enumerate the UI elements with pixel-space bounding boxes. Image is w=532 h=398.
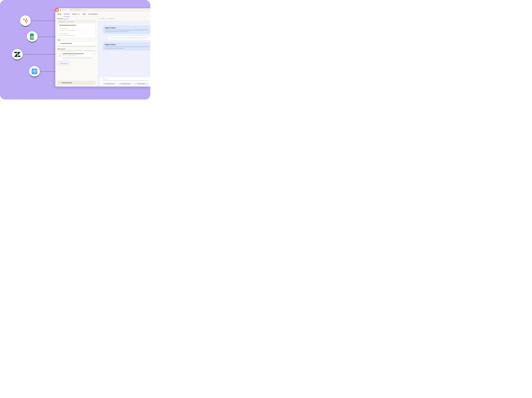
suggestion-chip[interactable] [118, 82, 133, 85]
data-sources-hint-placeholder [57, 50, 96, 51]
main-split: Directive (required) T [55, 17, 150, 87]
text-format-icon[interactable]: T [59, 21, 60, 23]
directive-label: Directive (required) [57, 18, 96, 19]
svg-point-0 [25, 20, 28, 22]
control-placeholder [109, 18, 114, 19]
chat-preview: Support Chatbot Support Chatbot [98, 21, 150, 87]
chat-composer[interactable] [100, 77, 150, 87]
user-message [108, 36, 150, 40]
suggestion-chip[interactable] [134, 82, 149, 85]
connector-line [31, 21, 56, 21]
navtab-actions[interactable]: Actions 3 [72, 12, 80, 17]
bot-text-placeholder [105, 32, 129, 32]
bot-text-placeholder [105, 46, 149, 47]
text-placeholder [59, 28, 69, 29]
composer-label-placeholder [102, 79, 108, 79]
data-source-item[interactable]: PDF [57, 52, 96, 61]
data-source-body [63, 53, 94, 59]
svg-text:T: T [59, 21, 59, 22]
smiley-icon: ☺ [59, 43, 60, 44]
sheets-icon [30, 33, 35, 40]
collapsed-panel[interactable] [57, 81, 96, 85]
illustration-canvas: × × + Setup Directive Actions 3 Style Co… [0, 0, 150, 100]
add-source-label: Add source [60, 63, 68, 64]
tab-label-placeholder [62, 10, 66, 10]
puzzle-icon [60, 9, 61, 11]
tone-input[interactable]: ☺ [57, 41, 96, 45]
integration-hubspot [20, 15, 31, 26]
chevron-down-icon [59, 82, 60, 84]
ds-desc-placeholder [63, 58, 92, 59]
preview-panel: Support Chatbot Support Chatbot [98, 17, 150, 87]
suggestion-chips [102, 82, 149, 85]
connector-line [40, 71, 56, 72]
tone-label: Tone [57, 39, 96, 41]
directive-required-text: (required) [63, 18, 69, 19]
directive-editor[interactable]: T [57, 20, 96, 38]
navtab-style[interactable]: Style [82, 12, 86, 17]
text-cursor-icon [107, 18, 108, 19]
bot-text-placeholder [105, 30, 149, 30]
undo-icon [100, 18, 101, 19]
navtab-setup[interactable]: Setup [57, 12, 61, 17]
undo-control[interactable] [100, 18, 105, 19]
directive-section: Directive (required) T [57, 18, 96, 38]
chat-logo-icon [56, 9, 58, 11]
zendesk-icon [14, 52, 20, 57]
text-control[interactable] [107, 18, 115, 19]
svg-point-4 [26, 18, 27, 19]
data-sources-label: Data sources [57, 48, 96, 50]
app-window: × × + Setup Directive Actions 3 Style Co… [55, 8, 150, 87]
intercom-icon [32, 68, 38, 75]
tab-close-icon[interactable]: × [81, 9, 82, 11]
ds-desc-placeholder [63, 57, 94, 58]
hubspot-icon [22, 18, 28, 24]
bot-message: Support Chatbot [103, 42, 150, 50]
data-sources-section: Data sources PDF [57, 48, 96, 65]
bot-name: Support Chatbot [105, 44, 149, 45]
tab-add-button[interactable]: + [83, 9, 86, 11]
window-tab-1[interactable]: × [59, 8, 69, 12]
pdf-file-icon: PDF [59, 53, 61, 57]
add-source-button[interactable]: + Add source [57, 62, 69, 65]
tone-hint-placeholder [57, 46, 96, 47]
navtab-conversations[interactable]: Conversations [88, 12, 98, 17]
config-panel: Directive (required) T [55, 17, 98, 87]
control-placeholder [102, 18, 105, 19]
calendar-icon [63, 55, 64, 56]
actions-count-badge: 3 [78, 13, 80, 15]
svg-rect-16 [56, 9, 58, 10]
puzzle-icon [70, 9, 72, 11]
tone-value-placeholder [61, 43, 72, 44]
directive-textarea[interactable] [57, 23, 95, 38]
navtab-actions-label: Actions [72, 13, 77, 15]
bot-message: Support Chatbot [103, 25, 150, 34]
expand-icon[interactable] [67, 21, 69, 23]
suggestion-chip[interactable] [102, 82, 117, 85]
ds-date-placeholder [64, 55, 76, 56]
user-text-placeholder [110, 38, 149, 38]
navtab-directive[interactable]: Directive [64, 12, 70, 17]
tone-section: Tone ☺ [57, 39, 96, 47]
collapsed-label-placeholder [62, 82, 72, 83]
svg-point-6 [23, 19, 24, 20]
composer-text-placeholder [102, 80, 149, 81]
chevron-down-icon [114, 18, 115, 19]
toolbar-placeholder [69, 21, 74, 22]
app-logo[interactable] [55, 8, 59, 12]
text-placeholder [59, 30, 75, 31]
nav-tabs: Setup Directive Actions 3 Style Conversa… [55, 12, 150, 17]
edit-icon[interactable] [93, 53, 95, 55]
integration-intercom [29, 66, 40, 77]
text-placeholder [59, 33, 69, 34]
ds-title-placeholder [63, 53, 84, 54]
toolbar-placeholder [61, 21, 65, 22]
bot-name: Support Chatbot [105, 27, 149, 29]
text-placeholder [59, 25, 76, 25]
svg-rect-18 [63, 55, 64, 56]
window-tab-2[interactable]: × [69, 8, 83, 12]
tab-close-icon[interactable]: × [67, 9, 68, 11]
integration-google-sheets [27, 31, 38, 42]
directive-toolbar: T [57, 20, 95, 23]
integration-zendesk [12, 49, 23, 60]
